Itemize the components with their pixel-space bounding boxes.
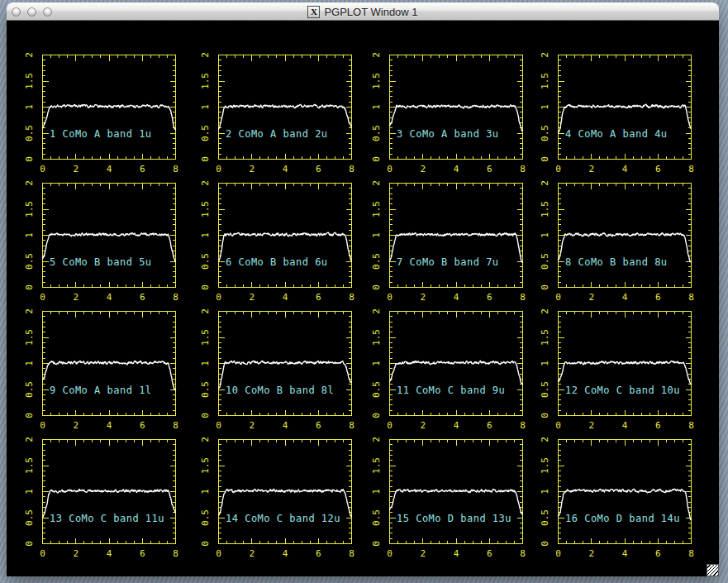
panel-label: 16 CoMo D band 14u (565, 513, 680, 524)
plot-panel-2: 0246800.511.522 CoMo A band 2u (185, 48, 363, 176)
x-tick-label: 6 (140, 548, 145, 559)
y-tick-label: 0 (200, 413, 211, 418)
panel-label: 6 CoMo B band 6u (226, 256, 328, 268)
y-tick-label: 0.5 (200, 253, 211, 270)
panel-label: 14 CoMo C band 12u (226, 513, 340, 524)
y-tick-label: 0 (371, 156, 382, 162)
y-tick-label: 0.5 (371, 381, 382, 398)
y-tick-label: 1 (540, 489, 550, 495)
y-tick-label: 1.5 (24, 201, 35, 217)
x-tick-label: 2 (73, 292, 79, 303)
y-tick-label: 1.5 (371, 457, 382, 474)
plot-panel-15: 0246800.511.5215 CoMo D band 13u (356, 432, 534, 561)
y-tick-label: 1.5 (540, 201, 550, 217)
x-tick-label: 6 (655, 548, 661, 559)
x-tick-label: 2 (420, 292, 426, 303)
y-tick-label: 1 (24, 489, 35, 495)
y-tick-label: 1 (24, 104, 35, 110)
plot-panel-7: 0246800.511.527 CoMo B band 7u (356, 176, 534, 304)
bandpass-curve (559, 361, 692, 385)
panel-label: 4 CoMo A band 4u (565, 128, 668, 140)
x-tick-label: 8 (349, 292, 354, 303)
y-tick-label: 0 (371, 284, 382, 290)
x-tick-label: 2 (249, 548, 255, 559)
y-tick-label: 2 (200, 180, 211, 186)
panel-label: 12 CoMo C band 10u (565, 385, 680, 396)
y-tick-label: 2 (540, 437, 550, 442)
x-tick-label: 4 (107, 548, 112, 559)
plot-panel-9: 0246800.511.529 CoMo A band 1l (9, 304, 187, 432)
y-tick-label: 0.5 (371, 509, 382, 526)
x-tick-label: 8 (520, 420, 526, 431)
bandpass-curve (219, 104, 352, 129)
y-tick-label: 2 (371, 52, 382, 58)
y-tick-label: 1.5 (200, 329, 211, 346)
x-tick-label: 4 (622, 292, 628, 303)
x-tick-label: 8 (349, 164, 354, 174)
x-tick-label: 0 (216, 420, 221, 431)
plot-panel-8: 0246800.511.528 CoMo B band 8u (525, 176, 702, 304)
x-tick-label: 6 (140, 292, 145, 303)
pgplot-canvas[interactable]: 0246800.511.5216 CoMo D band 14u0246800.… (7, 21, 719, 576)
x-tick-label: 6 (487, 164, 492, 174)
y-tick-label: 0 (371, 413, 382, 418)
y-tick-label: 1.5 (200, 201, 211, 217)
x-tick-label: 2 (73, 548, 79, 559)
y-tick-label: 2 (24, 180, 35, 186)
x-tick-label: 2 (420, 164, 426, 174)
panel-label: 11 CoMo C band 9u (397, 385, 505, 396)
x-tick-label: 2 (420, 420, 426, 431)
titlebar[interactable]: X PGPLOT Window 1 (7, 2, 719, 21)
y-tick-label: 0 (24, 541, 35, 547)
y-tick-label: 2 (371, 437, 382, 442)
zoom-button[interactable] (43, 7, 52, 17)
x-tick-label: 8 (173, 548, 178, 559)
x-tick-label: 4 (454, 292, 459, 303)
x-tick-label: 8 (349, 420, 354, 431)
y-tick-label: 1.5 (371, 73, 382, 89)
y-tick-label: 0.5 (540, 509, 550, 526)
x-tick-label: 4 (622, 548, 628, 559)
minimize-button[interactable] (27, 7, 36, 17)
x-tick-label: 8 (520, 292, 526, 303)
axes-frame (390, 184, 523, 288)
y-tick-label: 0.5 (200, 125, 211, 141)
x-tick-label: 2 (73, 164, 79, 174)
panel-label: 1 CoMo A band 1u (50, 128, 152, 140)
x-tick-label: 8 (688, 548, 694, 559)
y-tick-label: 0 (540, 541, 550, 547)
panel-label: 8 CoMo B band 8u (565, 256, 668, 268)
x-tick-label: 0 (555, 420, 561, 431)
x-tick-label: 0 (555, 548, 561, 559)
y-tick-label: 0 (24, 156, 35, 162)
x-tick-label: 0 (40, 420, 45, 431)
x-tick-label: 4 (107, 420, 112, 431)
x-tick-label: 2 (249, 164, 255, 174)
bandpass-curve (390, 361, 523, 384)
plot-panel-14: 0246800.511.5214 CoMo C band 12u (185, 432, 363, 561)
y-tick-label: 0.5 (24, 125, 35, 141)
x-tick-label: 0 (40, 292, 45, 303)
close-button[interactable] (12, 7, 21, 17)
x-tick-label: 4 (283, 420, 288, 431)
x-tick-label: 8 (520, 164, 526, 174)
x-tick-label: 4 (454, 164, 459, 174)
plot-panel-16: 0246800.511.5216 CoMo D band 14u (525, 432, 702, 561)
x-tick-label: 8 (688, 164, 694, 174)
y-tick-label: 1 (540, 361, 550, 366)
plot-panel-13: 0246800.511.5213 CoMo C band 11u (9, 432, 187, 561)
x-tick-label: 6 (316, 292, 321, 303)
x-tick-label: 8 (173, 292, 178, 303)
y-tick-label: 0 (540, 413, 550, 418)
x-tick-label: 2 (588, 164, 594, 174)
panel-label: 7 CoMo B band 7u (397, 256, 499, 268)
y-tick-label: 1 (371, 489, 382, 495)
traffic-lights (12, 2, 52, 21)
pgplot-window: X PGPLOT Window 1 0246800.511.5216 CoMo … (7, 2, 719, 576)
y-tick-label: 0.5 (540, 125, 550, 141)
resize-grip-icon[interactable] (707, 565, 718, 576)
x-tick-label: 0 (555, 292, 561, 303)
x-tick-label: 2 (249, 292, 255, 303)
plot-panel-1: 0246800.511.521 CoMo A band 1u (9, 48, 187, 176)
x-tick-label: 6 (316, 164, 321, 174)
